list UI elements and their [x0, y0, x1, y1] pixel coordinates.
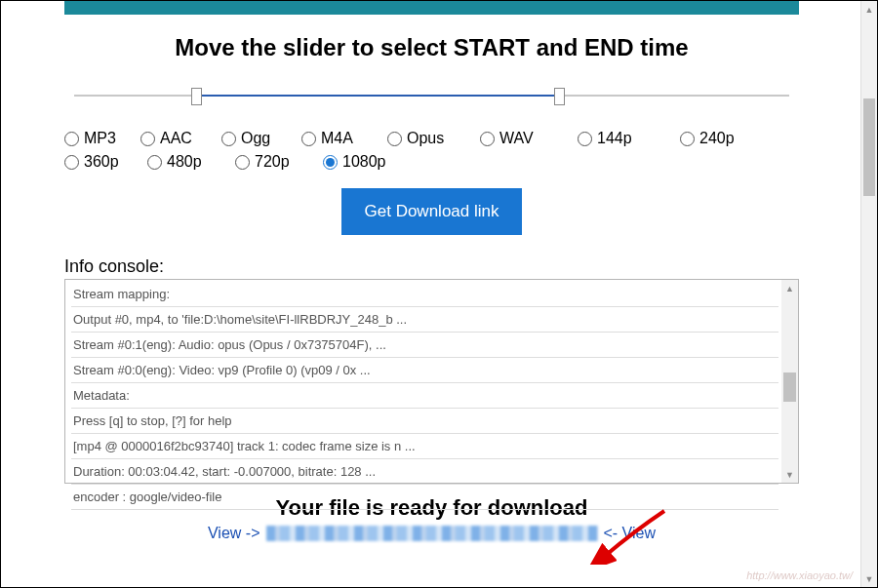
format-radio-opus[interactable]: Opus [387, 130, 480, 147]
slider-selected-range [191, 95, 565, 97]
console-line: Stream #0:1(eng): Audio: opus (Opus / 0x… [71, 333, 778, 358]
radio-label: 480p [167, 153, 202, 171]
radio-label: 240p [699, 130, 735, 147]
radio-icon [323, 155, 338, 170]
scroll-down-icon[interactable]: ▼ [861, 570, 877, 587]
format-radio-ogg[interactable]: Ogg [221, 130, 301, 147]
format-radio-aac[interactable]: AAC [140, 130, 221, 147]
download-link-row: View -> <- View [64, 525, 799, 542]
radio-icon [147, 155, 162, 170]
console-line: [mp4 @ 0000016f2bc93740] track 1: codec … [71, 434, 778, 459]
radio-icon [140, 132, 155, 146]
scroll-up-icon[interactable]: ▲ [781, 280, 798, 296]
scroll-up-icon[interactable]: ▲ [861, 1, 877, 18]
console-line: Press [q] to stop, [?] for help [71, 409, 778, 434]
radio-label: AAC [160, 130, 192, 147]
format-radio-wav[interactable]: WAV [480, 130, 578, 147]
radio-icon [680, 132, 695, 146]
download-url-link[interactable] [266, 526, 598, 541]
radio-label: MP3 [84, 130, 116, 147]
radio-icon [387, 132, 402, 146]
console-line: Stream mapping: [71, 282, 778, 307]
console-line: Stream #0:0(eng): Video: vp9 (Profile 0)… [71, 358, 778, 383]
format-radio-mp3[interactable]: MP3 [64, 130, 140, 147]
page-scrollbar[interactable]: ▲ ▼ [860, 1, 877, 587]
slider-heading: Move the slider to select START and END … [64, 34, 799, 61]
console-label: Info console: [64, 256, 799, 277]
radio-icon [221, 132, 236, 146]
format-radio-p144[interactable]: 144p [578, 130, 680, 147]
radio-icon [480, 132, 495, 146]
radio-label: M4A [321, 130, 353, 147]
format-radio-group: MP3AACOggM4AOpusWAV144p240p 360p480p720p… [64, 130, 799, 171]
view-link-right[interactable]: <- View [604, 525, 657, 542]
console-line: Output #0, mp4, to 'file:D:\home\site\FI… [71, 307, 778, 333]
info-console: Stream mapping:Output #0, mp4, to 'file:… [64, 279, 799, 484]
radio-icon [301, 132, 316, 146]
format-radio-p240[interactable]: 240p [680, 130, 748, 147]
format-radio-m4a[interactable]: M4A [301, 130, 387, 147]
get-download-link-button[interactable]: Get Download link [341, 188, 523, 235]
format-radio-p1080[interactable]: 1080p [323, 153, 411, 171]
format-radio-p720[interactable]: 720p [235, 153, 323, 171]
radio-label: Opus [407, 130, 444, 147]
radio-icon [235, 155, 250, 170]
slider-end-handle[interactable] [554, 88, 565, 105]
radio-icon [64, 155, 79, 170]
watermark-text: http://www.xiaoyao.tw/ [746, 569, 853, 581]
scroll-thumb[interactable] [783, 372, 796, 402]
console-line: encoder : google/video-file [71, 485, 778, 510]
radio-label: 1080p [342, 153, 386, 171]
radio-label: Ogg [241, 130, 270, 147]
radio-label: 720p [255, 153, 290, 171]
format-radio-p480[interactable]: 480p [147, 153, 235, 171]
scroll-thumb[interactable] [863, 98, 875, 196]
time-range-slider[interactable] [74, 86, 789, 105]
top-banner [64, 1, 799, 15]
radio-icon [578, 132, 592, 146]
format-radio-p360[interactable]: 360p [64, 153, 147, 171]
radio-label: 360p [84, 153, 119, 171]
console-line: Duration: 00:03:04.42, start: -0.007000,… [71, 459, 778, 485]
console-scrollbar[interactable]: ▲ ▼ [781, 280, 798, 483]
radio-label: WAV [499, 130, 534, 147]
radio-label: 144p [597, 130, 632, 147]
radio-icon [64, 132, 79, 146]
view-link-left[interactable]: View -> [208, 525, 260, 542]
scroll-down-icon[interactable]: ▼ [781, 466, 798, 483]
slider-start-handle[interactable] [191, 88, 202, 105]
console-line: Metadata: [71, 383, 778, 409]
